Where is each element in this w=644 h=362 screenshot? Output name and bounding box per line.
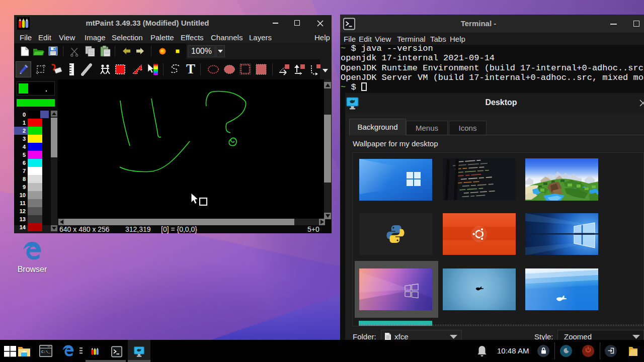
svg-text:C:\_: C:\_ xyxy=(41,350,51,354)
